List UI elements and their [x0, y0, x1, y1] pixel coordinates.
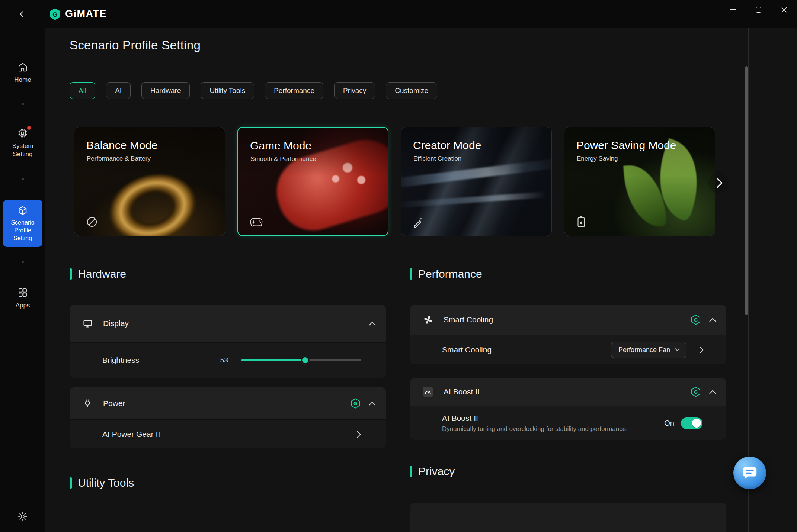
power-panel-title: Power [103, 399, 125, 408]
sidebar-item-home[interactable]: Home [0, 61, 45, 84]
maximize-button[interactable] [746, 0, 771, 19]
chevron-up-icon [709, 390, 716, 397]
smart-cooling-panel: Smart Cooling G Smart Cooling Performanc… [410, 305, 726, 364]
brightness-value: 53 [220, 356, 228, 364]
filter-chip-privacy[interactable]: Privacy [334, 82, 375, 99]
fan-mode-dropdown[interactable]: Performance Fan [611, 342, 686, 358]
section-title: Hardware [78, 268, 126, 280]
cpu-chip-icon [17, 128, 28, 139]
section-accent-bar [410, 268, 412, 280]
display-panel-title: Display [103, 319, 129, 328]
section-title: Performance [418, 268, 482, 280]
power-panel-header[interactable]: Power G [70, 387, 386, 419]
fan-icon-wrap [422, 315, 434, 325]
brightness-label: Brightness [102, 356, 139, 365]
mode-title: Power Saving Mode [576, 139, 676, 152]
vertical-scrollbar-thumb[interactable] [745, 66, 748, 315]
mode-card-creator[interactable]: Creator Mode Efficient Creation [401, 127, 552, 236]
power-panel: Power G AI Power Gear II [70, 387, 386, 448]
mode-card-balance[interactable]: Balance Mode Performance & Battery [74, 127, 225, 236]
home-icon [17, 61, 28, 72]
sidebar-item-apps[interactable]: Apps [0, 287, 45, 310]
ai-boost-toggle[interactable] [681, 417, 702, 429]
ai-power-gear-row[interactable]: AI Power Gear II [70, 419, 386, 448]
ai-boost-icon [422, 386, 433, 397]
boost-icon-wrap [422, 386, 434, 397]
sidebar-item-scenario-profile-setting[interactable]: Scenario Profile Setting [3, 200, 42, 247]
system-setting-icon-wrap [17, 128, 28, 139]
balance-mode-icon [86, 216, 98, 228]
chat-bubble-icon [741, 464, 758, 481]
brightness-slider[interactable] [241, 356, 361, 365]
creator-mode-icon [412, 216, 425, 228]
settings-button[interactable] [17, 511, 28, 523]
carousel-next-button[interactable] [708, 172, 729, 194]
ai-boost-row-text: AI Boost II Dynamically tuning and overc… [442, 414, 628, 433]
filter-chip-performance[interactable]: Performance [265, 82, 323, 99]
window-controls [720, 0, 797, 19]
display-panel: Display Brightness 53 [70, 305, 386, 378]
g-hexagon-icon: G [691, 387, 701, 397]
svg-text:G: G [694, 317, 698, 323]
sidebar-item-label: Home [14, 76, 31, 84]
sidebar-item-system-setting[interactable]: System Setting [0, 128, 45, 158]
section-accent-bar [70, 477, 72, 489]
chevron-up-icon [709, 318, 716, 325]
app-name: GiMATE [65, 8, 107, 20]
notification-dot [27, 126, 31, 130]
gimate-feature-badge: G [691, 315, 701, 325]
ai-boost-row-description: Dynamically tuning and overclocking for … [442, 425, 628, 433]
svg-text:G: G [52, 11, 57, 18]
titlebar: G GiMATE [0, 0, 797, 28]
chevron-up-icon [369, 402, 375, 408]
app-logo: G GiMATE [49, 0, 107, 28]
fan-mode-value: Performance Fan [618, 346, 670, 354]
filter-chip-hardware[interactable]: Hardware [141, 82, 190, 99]
scenario-mode-carousel: Balance Mode Performance & Battery Game … [74, 127, 715, 236]
filter-chip-customize[interactable]: Customize [386, 82, 437, 99]
mode-subtitle: Efficient Creation [413, 155, 461, 162]
svg-text:G: G [694, 389, 698, 395]
close-button[interactable] [771, 0, 797, 19]
mode-title: Game Mode [250, 139, 311, 152]
section-heading-hardware: Hardware [70, 267, 126, 281]
chevron-down-icon [675, 346, 680, 351]
section-accent-bar [70, 268, 72, 280]
ai-boost-panel: AI Boost II G AI Boost II Dynamically tu… [410, 378, 726, 440]
brightness-row: Brightness 53 [70, 342, 386, 378]
power-saving-mode-icon [576, 216, 587, 228]
ai-boost-row-label: AI Boost II [442, 414, 628, 423]
gear-icon [17, 511, 28, 522]
mode-title: Balance Mode [86, 139, 158, 152]
filter-chip-utility-tools[interactable]: Utility Tools [201, 82, 254, 99]
sidebar-separator-dot [22, 103, 24, 105]
g-hexagon-icon: G [351, 398, 360, 409]
filter-chip-ai[interactable]: AI [106, 82, 131, 99]
ai-power-gear-label: AI Power Gear II [102, 430, 160, 439]
ai-boost-panel-header[interactable]: AI Boost II G [410, 378, 726, 406]
mode-subtitle: Energy Saving [577, 155, 618, 162]
mode-card-game[interactable]: Game Mode Smooth & Performance [237, 127, 388, 236]
section-heading-utility-tools: Utility Tools [70, 476, 134, 490]
svg-text:G: G [353, 401, 357, 406]
display-panel-header[interactable]: Display [70, 305, 386, 342]
brightness-slider-fill [241, 359, 305, 361]
privacy-panel-partial [410, 503, 726, 532]
gimate-logo-icon: G [49, 8, 61, 20]
smart-cooling-panel-header[interactable]: Smart Cooling G [410, 305, 726, 335]
minimize-button[interactable] [720, 0, 746, 19]
mode-card-power-saving[interactable]: Power Saving Mode Energy Saving [564, 127, 715, 236]
chat-support-button[interactable] [733, 457, 766, 489]
sidebar-item-label: Apps [16, 302, 30, 310]
sidebar: Home System Setting Scenario Profile Set… [0, 28, 45, 532]
smart-cooling-panel-title: Smart Cooling [444, 315, 493, 324]
page-header: Scenario Profile Setting [45, 28, 748, 63]
brightness-slider-thumb[interactable] [301, 356, 309, 364]
filter-chip-all[interactable]: All [70, 82, 95, 99]
toggle-state-label: On [664, 419, 674, 428]
toggle-knob [692, 419, 701, 428]
mode-title: Creator Mode [413, 139, 481, 152]
apps-grid-icon [17, 287, 28, 298]
smart-cooling-row[interactable]: Smart Cooling Performance Fan [410, 335, 726, 364]
back-button[interactable] [16, 7, 31, 22]
